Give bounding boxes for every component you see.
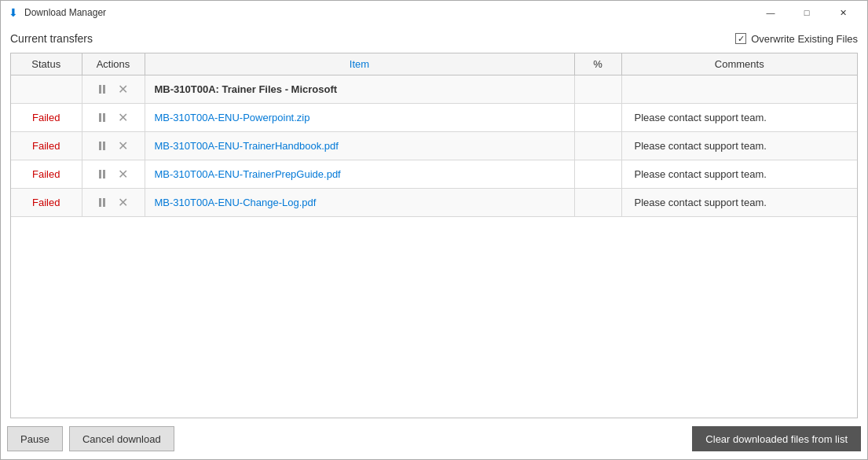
minimize-button[interactable]: — (753, 1, 789, 24)
table-row: Failed ✕ (11, 189, 857, 217)
clear-downloaded-button[interactable]: Clear downloaded files from list (692, 426, 861, 451)
pause-button[interactable]: Pause (7, 426, 63, 451)
row-status: Failed (11, 189, 82, 217)
table-row: Failed ✕ (11, 160, 857, 189)
table-row: Failed ✕ (11, 104, 857, 132)
row-comments: Please contact support team. (621, 104, 857, 132)
overwrite-text: Overwrite Existing Files (751, 33, 858, 45)
row-actions: ✕ (82, 160, 145, 189)
cancel-button-row1[interactable]: ✕ (115, 80, 131, 98)
row-status: Failed (11, 160, 82, 189)
action-buttons: ✕ (89, 193, 138, 212)
pause-icon (99, 113, 105, 122)
pause-icon (99, 198, 105, 207)
pause-icon (99, 142, 105, 150)
row-actions: ✕ (82, 104, 145, 132)
row-actions: ✕ (82, 132, 145, 160)
row-status: Failed (11, 132, 82, 160)
row-actions: ✕ (82, 75, 145, 104)
footer-left-buttons: Pause Cancel download (7, 426, 174, 451)
top-bar: Current transfers Overwrite Existing Fil… (10, 32, 858, 45)
pause-button-row2[interactable] (96, 112, 108, 123)
row-item-name: MB-310T00A-ENU-TrainerPrepGuide.pdf (145, 160, 574, 189)
row-item-name: MB-310T00A-ENU-Powerpoint.zip (145, 104, 574, 132)
pause-icon (99, 170, 105, 178)
row-comments: Please contact support team. (621, 160, 857, 189)
action-buttons: ✕ (89, 165, 138, 183)
current-transfers-label: Current transfers (10, 32, 93, 45)
content-area: Current transfers Overwrite Existing Fil… (1, 24, 867, 418)
row-item-name: MB-310T00A: Trainer Files - Microsoft (145, 75, 574, 104)
row-item-name: MB-310T00A-ENU-TrainerHandbook.pdf (145, 132, 574, 160)
pause-button-row5[interactable] (96, 197, 108, 208)
table-row: Failed ✕ (11, 132, 857, 160)
app-icon: ⬇ (7, 6, 20, 19)
pause-icon (99, 85, 105, 94)
downloads-table: Status Actions Item % Comments (11, 53, 857, 217)
row-percent (574, 160, 621, 189)
cancel-button-row5[interactable]: ✕ (115, 193, 131, 212)
window-controls: — □ ✕ (753, 1, 861, 24)
row-status: Failed (11, 104, 82, 132)
row-comments (621, 75, 857, 104)
action-buttons: ✕ (89, 137, 138, 155)
row-percent (574, 132, 621, 160)
pause-button-row4[interactable] (96, 168, 108, 180)
downloads-table-container: Status Actions Item % Comments (10, 53, 858, 418)
overwrite-existing-label[interactable]: Overwrite Existing Files (735, 33, 858, 45)
title-bar: ⬇ Download Manager — □ ✕ (1, 1, 867, 24)
row-percent (574, 189, 621, 217)
row-comments: Please contact support team. (621, 132, 857, 160)
close-button[interactable]: ✕ (825, 1, 861, 24)
main-window: ⬇ Download Manager — □ ✕ Current transfe… (0, 0, 868, 460)
footer-bar: Pause Cancel download Clear downloaded f… (1, 418, 867, 459)
col-header-status: Status (11, 53, 82, 75)
row-percent (574, 75, 621, 104)
row-actions: ✕ (82, 189, 145, 217)
action-buttons: ✕ (89, 109, 138, 127)
action-buttons: ✕ (89, 80, 138, 98)
pause-button-row3[interactable] (96, 140, 108, 152)
cancel-button-row4[interactable]: ✕ (115, 165, 131, 183)
col-header-actions: Actions (82, 53, 145, 75)
row-percent (574, 104, 621, 132)
col-header-comments: Comments (621, 53, 857, 75)
window-title: Download Manager (24, 7, 753, 18)
cancel-download-button[interactable]: Cancel download (69, 426, 174, 451)
table-row: ✕ MB-310T00A: Trainer Files - Microsoft (11, 75, 857, 104)
overwrite-checkbox[interactable] (735, 33, 746, 44)
row-item-name: MB-310T00A-ENU-Change-Log.pdf (145, 189, 574, 217)
maximize-button[interactable]: □ (789, 1, 825, 24)
col-header-item: Item (145, 53, 574, 75)
col-header-percent: % (574, 53, 621, 75)
cancel-button-row3[interactable]: ✕ (115, 137, 131, 155)
row-comments: Please contact support team. (621, 189, 857, 217)
table-header-row: Status Actions Item % Comments (11, 53, 857, 75)
row-status (11, 75, 82, 104)
pause-button-row1[interactable] (96, 83, 108, 95)
cancel-button-row2[interactable]: ✕ (115, 109, 131, 127)
